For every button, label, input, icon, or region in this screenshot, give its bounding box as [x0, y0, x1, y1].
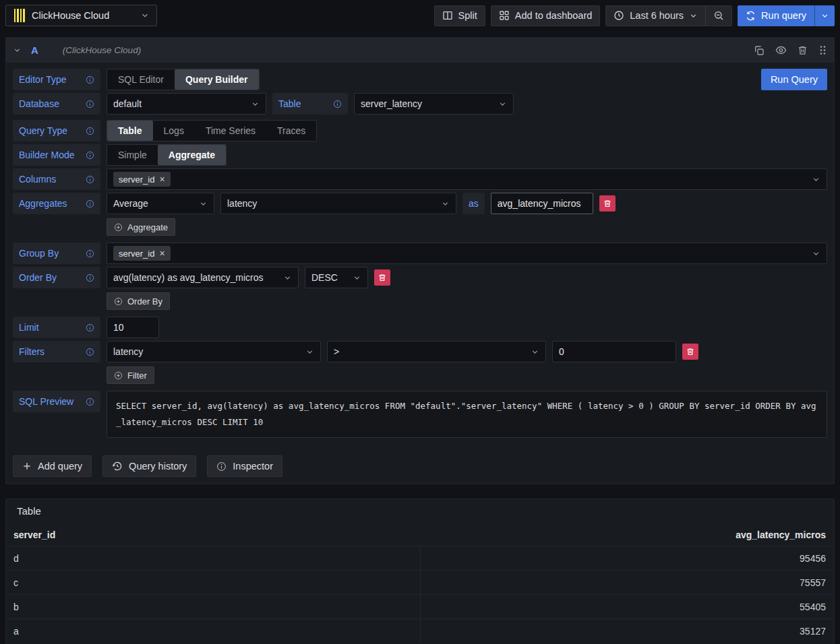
query-type-label: Query Type [13, 120, 100, 141]
info-icon[interactable] [86, 175, 94, 184]
table-row[interactable]: c 75557 [6, 570, 834, 594]
sql-preview-label: SQL Preview [13, 391, 100, 412]
builder-mode-simple[interactable]: Simple [107, 145, 158, 165]
aggregate-alias-input[interactable] [491, 193, 593, 214]
info-icon[interactable] [86, 348, 94, 356]
drag-handle-icon[interactable] [818, 45, 827, 55]
table-row[interactable]: d 95456 [6, 546, 834, 570]
run-query-dropdown-toggle[interactable] [815, 5, 835, 26]
query-type-traces[interactable]: Traces [266, 121, 316, 141]
table-select[interactable]: server_latency [354, 93, 514, 115]
info-circle-icon [216, 461, 227, 472]
add-to-dashboard-button[interactable]: Add to dashboard [491, 5, 600, 26]
split-label: Split [458, 10, 477, 21]
chevron-down-icon [689, 11, 698, 20]
info-icon[interactable] [333, 100, 342, 108]
cell-avg-latency: 95456 [420, 546, 834, 570]
filter-column-select[interactable]: latency [107, 341, 321, 362]
chevron-down-icon [199, 199, 208, 208]
info-icon[interactable] [86, 75, 94, 84]
builder-mode-toggle: Simple Aggregate [107, 144, 227, 166]
info-icon[interactable] [86, 249, 94, 258]
split-pane-icon [442, 10, 453, 21]
info-icon[interactable] [86, 199, 94, 208]
run-query-button-editor[interactable]: Run Query [761, 69, 827, 90]
limit-input[interactable] [107, 317, 159, 338]
add-aggregate-subrow: Aggregate [107, 218, 827, 236]
query-type-time-series[interactable]: Time Series [195, 121, 266, 141]
query-ref-id[interactable]: A [31, 44, 38, 56]
hide-query-eye-icon[interactable] [775, 44, 787, 56]
aggregates-row: Aggregates Average latency as [13, 193, 827, 214]
columns-label: Columns [13, 168, 100, 190]
datasource-picker[interactable]: ClickHouse Cloud [5, 5, 157, 26]
editor-type-sql-editor[interactable]: SQL Editor [107, 69, 175, 90]
filters-row: Filters latency > [13, 341, 827, 362]
remove-filter-button[interactable] [682, 344, 698, 360]
order-by-field-select[interactable]: avg(latency) as avg_latency_micros [107, 267, 299, 288]
column-header-server-id[interactable]: server_id [6, 529, 420, 540]
add-order-by-button[interactable]: Order By [107, 292, 170, 310]
aggregate-column-select[interactable]: latency [220, 193, 456, 214]
database-label: Database [13, 93, 100, 115]
cell-server-id: c [6, 577, 420, 588]
query-header-actions [754, 44, 827, 56]
table-row[interactable]: a 35127 [6, 618, 834, 643]
remove-order-by-button[interactable] [374, 269, 390, 286]
add-filter-subrow: Filter [107, 366, 827, 384]
column-header-avg-latency-micros[interactable]: avg_latency_micros [420, 529, 834, 540]
filter-value-input[interactable] [552, 341, 676, 362]
history-icon [112, 461, 123, 472]
inspector-button[interactable]: Inspector [207, 455, 282, 477]
editor-type-query-builder[interactable]: Query Builder [175, 69, 259, 90]
add-query-button[interactable]: Add query [13, 455, 92, 477]
database-select[interactable]: default [107, 93, 266, 115]
aggregate-function-select[interactable]: Average [107, 193, 214, 214]
query-type-table[interactable]: Table [107, 121, 153, 141]
table-row[interactable]: b 55405 [6, 594, 834, 618]
time-controls: Last 6 hours [605, 5, 732, 26]
info-icon[interactable] [86, 127, 94, 135]
run-query-split-button: Run query [738, 5, 835, 26]
add-to-dashboard-label: Add to dashboard [515, 10, 592, 21]
remove-aggregate-button[interactable] [599, 195, 616, 212]
time-range-picker[interactable]: Last 6 hours [606, 6, 705, 26]
order-by-direction-select[interactable]: DESC [305, 267, 368, 288]
add-aggregate-button[interactable]: Aggregate [107, 218, 175, 236]
as-keyword-label: as [462, 193, 485, 214]
builder-mode-row: Builder Mode Simple Aggregate [13, 144, 827, 166]
duplicate-query-icon[interactable] [754, 45, 764, 56]
add-order-by-subrow: Order By [107, 292, 827, 310]
group-by-multiselect[interactable]: server_id × [107, 243, 827, 264]
query-editor-header: A (ClickHouse Cloud) [6, 38, 834, 63]
info-icon[interactable] [86, 273, 94, 282]
cell-avg-latency: 35127 [420, 619, 834, 643]
collapse-chevron-icon[interactable] [13, 46, 22, 55]
query-type-logs[interactable]: Logs [153, 121, 195, 141]
zoom-out-time-button[interactable] [706, 6, 731, 26]
builder-mode-aggregate[interactable]: Aggregate [158, 145, 226, 165]
query-history-button[interactable]: Query history [102, 455, 196, 477]
add-filter-button[interactable]: Filter [107, 366, 154, 384]
remove-chip-icon[interactable]: × [159, 174, 164, 184]
run-query-button[interactable]: Run query [738, 5, 814, 26]
chevron-down-icon [283, 273, 292, 282]
columns-chip-server-id: server_id × [113, 172, 171, 187]
chevron-down-icon [498, 100, 507, 108]
remove-chip-icon[interactable]: × [159, 249, 164, 258]
split-button[interactable]: Split [434, 5, 485, 26]
database-table-row: Database default Table server_latency [13, 93, 827, 115]
chevron-down-icon [820, 11, 829, 20]
plus-circle-icon [114, 371, 123, 380]
filter-operator-select[interactable]: > [327, 341, 546, 362]
remove-query-trash-icon[interactable] [798, 45, 808, 55]
info-icon[interactable] [86, 397, 94, 406]
sync-icon [746, 11, 756, 21]
info-icon[interactable] [86, 323, 94, 332]
columns-multiselect[interactable]: server_id × [107, 168, 827, 190]
info-icon[interactable] [86, 151, 94, 160]
info-icon[interactable] [86, 100, 94, 108]
plus-circle-icon [114, 223, 123, 232]
chevron-down-icon [812, 249, 820, 258]
table-result-panel: Table server_id avg_latency_micros d 954… [5, 498, 835, 644]
